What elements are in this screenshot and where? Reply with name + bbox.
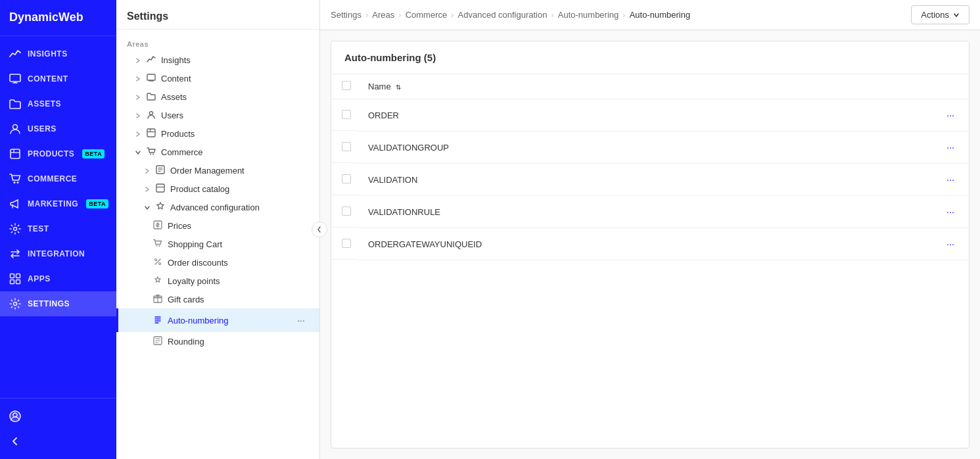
breadcrumb-sep-1: ›	[365, 10, 368, 20]
svg-point-32	[156, 245, 158, 247]
tree-label-advanced-config: Advanced configuration	[170, 203, 309, 212]
tree-item-products[interactable]: Products	[116, 124, 319, 143]
tree-item-loyalty-points[interactable]: Loyalty points	[116, 272, 319, 290]
user-icon	[9, 123, 21, 135]
sort-icon[interactable]: ⇅	[396, 84, 401, 91]
breadcrumb-areas[interactable]: Areas	[372, 10, 394, 20]
row-cell-validation: VALIDATION ···	[358, 164, 969, 196]
row-cell-validationrule: VALIDATIONRULE ···	[358, 196, 969, 228]
tree-item-content[interactable]: Content	[116, 69, 319, 87]
tree-label-rounding: Rounding	[168, 337, 309, 347]
name-column-label: Name	[368, 82, 391, 91]
loyalty-points-tree-icon	[153, 276, 164, 286]
tree-item-shopping-cart[interactable]: Shopping Cart	[116, 235, 319, 253]
svg-rect-20	[147, 129, 155, 137]
sidebar-item-apps[interactable]: APPS	[0, 266, 116, 291]
row-checkbox-ordergateway[interactable]	[342, 239, 351, 248]
auto-numbering-more-button[interactable]: ···	[293, 312, 309, 328]
svg-point-35	[155, 259, 157, 261]
tree-label-prices: Prices	[168, 221, 309, 231]
svg-rect-29	[156, 184, 164, 192]
sidebar-item-insights[interactable]: INSIGHTS	[0, 41, 116, 66]
breadcrumb-advanced-configuration[interactable]: Advanced configuration	[458, 10, 548, 20]
tree-item-commerce[interactable]: Commerce	[116, 143, 319, 161]
tree-item-users[interactable]: Users	[116, 106, 319, 124]
sidebar-item-assets[interactable]: ASSETS	[0, 91, 116, 116]
chevron-right-icon	[135, 93, 143, 101]
tree-item-assets[interactable]: Assets	[116, 87, 319, 106]
user-profile-button[interactable]	[0, 404, 116, 429]
tree-item-product-catalog[interactable]: Product catalog	[116, 180, 319, 198]
arrows-icon	[9, 248, 21, 260]
row-cell-ordergateway: ORDERGATEWAYUNIQUEID ···	[358, 228, 969, 260]
table-header-check	[331, 74, 358, 99]
actions-button[interactable]: Actions	[911, 5, 969, 24]
svg-rect-13	[16, 279, 20, 283]
row-check-order	[331, 101, 358, 131]
megaphone-icon	[9, 198, 21, 210]
tree-item-advanced-config[interactable]: Advanced configuration	[116, 198, 319, 216]
main-content: Settings › Areas › Commerce › Advanced c…	[320, 0, 980, 459]
cart-icon	[9, 173, 21, 185]
tree-item-order-discounts[interactable]: Order discounts	[116, 253, 319, 272]
sidebar-item-commerce[interactable]: COMMERCE	[0, 166, 116, 191]
sidebar-label-products: PRODUCTS	[28, 149, 74, 158]
tree-label-auto-numbering: Auto-numbering	[168, 316, 289, 326]
row-more-button-validation[interactable]: ···	[943, 173, 958, 186]
collapse-sidebar-button[interactable]	[0, 429, 116, 454]
box-icon	[9, 148, 21, 160]
row-more-button-order[interactable]: ···	[943, 109, 958, 122]
settings-tree: Areas Insights Content	[116, 30, 319, 459]
sidebar-item-marketing[interactable]: MARKETING BETA	[0, 191, 116, 216]
svg-rect-12	[11, 279, 14, 283]
breadcrumb-settings[interactable]: Settings	[331, 10, 362, 20]
gift-cards-tree-icon	[153, 294, 164, 304]
sidebar-item-content[interactable]: CONTENT	[0, 66, 116, 91]
table-header-row: Name ⇅	[331, 74, 969, 99]
tree-item-order-management[interactable]: Order Management	[116, 161, 319, 180]
sidebar-item-settings[interactable]: SETTINGS	[0, 291, 116, 316]
breadcrumb-commerce[interactable]: Commerce	[406, 10, 448, 20]
tree-item-rounding[interactable]: Rounding	[116, 332, 319, 350]
chevron-right-icon	[135, 56, 143, 64]
row-more-button-validationgroup[interactable]: ···	[943, 141, 958, 154]
row-name-validationrule: VALIDATIONRULE	[368, 207, 440, 217]
sidebar-item-users[interactable]: USERS	[0, 116, 116, 141]
row-checkbox-order[interactable]	[342, 110, 351, 119]
row-name-validation: VALIDATION	[368, 175, 417, 185]
breadcrumb-auto-numbering-parent[interactable]: Auto-numbering	[558, 10, 619, 20]
breadcrumb: Settings › Areas › Commerce › Advanced c…	[320, 0, 980, 30]
sidebar-item-test[interactable]: TEST	[0, 216, 116, 241]
collapse-icon	[9, 435, 21, 447]
row-checkbox-validation[interactable]	[342, 174, 351, 183]
nav-items: INSIGHTS CONTENT ASSETS USERS	[0, 36, 116, 398]
row-cell-order: ORDER ···	[358, 99, 969, 132]
collapse-panel-button[interactable]	[312, 222, 327, 237]
svg-point-36	[159, 263, 161, 265]
table-row: ORDERGATEWAYUNIQUEID ···	[331, 228, 969, 260]
select-all-checkbox[interactable]	[342, 81, 351, 90]
row-more-button-validationrule[interactable]: ···	[943, 205, 958, 218]
tree-label-content: Content	[161, 74, 309, 84]
row-checkbox-validationrule[interactable]	[342, 206, 351, 216]
tree-label-loyalty-points: Loyalty points	[168, 276, 309, 286]
chevron-right-icon	[135, 111, 143, 119]
tree-label-users: Users	[161, 110, 309, 120]
tree-item-gift-cards[interactable]: Gift cards	[116, 290, 319, 308]
tree-item-auto-numbering[interactable]: Auto-numbering ···	[116, 308, 319, 332]
tree-label-insights: Insights	[161, 55, 309, 65]
sidebar-item-products[interactable]: PRODUCTS BETA	[0, 141, 116, 166]
tree-item-insights[interactable]: Insights	[116, 51, 319, 69]
row-name-order: ORDER	[368, 110, 399, 120]
svg-line-34	[155, 259, 160, 264]
svg-point-9	[14, 227, 17, 230]
assets-tree-icon	[147, 91, 157, 102]
tree-item-prices[interactable]: Prices	[116, 216, 319, 235]
sidebar-label-integration: INTEGRATION	[28, 249, 85, 258]
row-more-button-ordergateway[interactable]: ···	[943, 237, 958, 251]
folder-icon	[9, 98, 21, 110]
svg-point-23	[150, 154, 151, 155]
row-name-validationgroup: VALIDATIONGROUP	[368, 143, 449, 153]
sidebar-item-integration[interactable]: INTEGRATION	[0, 241, 116, 266]
row-checkbox-validationgroup[interactable]	[342, 142, 351, 151]
